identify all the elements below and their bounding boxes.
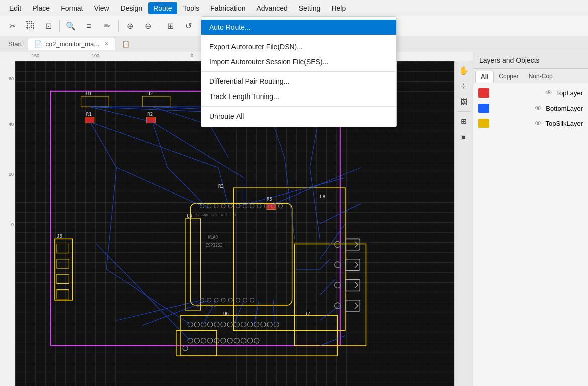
tool-separator (457, 111, 471, 112)
layer-item-top[interactable]: 👁 TopLayer (473, 85, 588, 101)
menu-tools[interactable]: Tools (178, 2, 205, 14)
route-menu-group4: Unroute All (201, 106, 396, 125)
svg-text:U9: U9 (187, 214, 192, 219)
toplayer-eye[interactable]: 👁 (545, 89, 552, 97)
layer-tab-noncop[interactable]: Non-Cop (524, 71, 558, 83)
tool-1[interactable]: ⊞ (162, 19, 178, 33)
select-tool[interactable]: ⊹ (457, 79, 471, 93)
svg-point-61 (234, 338, 239, 343)
svg-text:WLAO: WLAO (208, 235, 218, 240)
toplayer-color (478, 88, 489, 98)
svg-line-69 (152, 107, 208, 124)
svg-text:U6: U6 (223, 311, 229, 316)
tab-pcb-label: co2_monitor_ma... (45, 40, 99, 48)
menu-auto-route[interactable]: Auto Route... (201, 20, 396, 35)
svg-point-53 (274, 322, 279, 327)
menu-view[interactable]: View (89, 2, 114, 14)
svg-rect-18 (190, 204, 292, 305)
svg-text:U1: U1 (86, 91, 92, 96)
svg-text:U8: U8 (320, 194, 325, 199)
svg-rect-6 (57, 259, 69, 268)
svg-point-45 (221, 322, 226, 327)
svg-point-44 (214, 322, 219, 327)
search-button[interactable]: 🔍 (63, 19, 79, 33)
svg-rect-9 (81, 96, 109, 107)
svg-line-84 (284, 157, 294, 239)
menu-import-ses[interactable]: Import Autorouter Session File(SES)... (201, 54, 396, 69)
tab-pcb[interactable]: 📄 co2_monitor_ma... ✕ (28, 38, 115, 50)
grid-tool[interactable]: ⊞ (457, 114, 471, 128)
svg-point-64 (254, 338, 259, 343)
menu-place[interactable]: Place (27, 2, 55, 14)
svg-point-63 (248, 338, 253, 343)
menu-setting[interactable]: Setting (294, 2, 326, 14)
route-dropdown-menu: Auto Route... Export Autorouter File(DSN… (201, 16, 397, 127)
menu-fabrication[interactable]: Fabrication (205, 2, 250, 14)
zoom-in-button[interactable]: ⊕ (122, 19, 138, 33)
tab-pcb-icon: 📄 (34, 40, 42, 48)
menu-export-dsn[interactable]: Export Autorouter File(DSN)... (201, 39, 396, 54)
topsilklayer-eye[interactable]: 👁 (535, 119, 542, 127)
tool-2[interactable]: ↺ (180, 19, 196, 33)
svg-text:R1: R1 (86, 112, 92, 117)
canvas-right-tools: ✋ ⊹ 🖼 ⊞ ▣ (454, 61, 473, 386)
import-ses-label: Import Autorouter Session File(SES)... (209, 58, 328, 66)
copy-button[interactable]: ⿻ (22, 19, 38, 33)
ruler-mark-v: 20 (9, 172, 14, 177)
svg-point-131 (183, 346, 188, 351)
layer-item-topsilk[interactable]: 👁 TopSilkLayer (473, 116, 588, 131)
brush-button[interactable]: ✏ (99, 19, 115, 33)
layer-list: 👁 TopLayer 👁 BottomLayer 👁 TopSilkLayer (473, 83, 588, 386)
svg-rect-5 (57, 244, 69, 253)
svg-line-95 (320, 259, 330, 269)
svg-line-96 (320, 279, 335, 295)
svg-line-102 (269, 168, 361, 206)
menu-unroute-all[interactable]: Unroute All (201, 109, 396, 124)
bottomlayer-color (478, 104, 489, 113)
menu-diff-pair[interactable]: Differential Pair Routing... (201, 74, 396, 89)
track-length-label: Track Length Tuning... (209, 92, 279, 101)
svg-point-47 (234, 322, 239, 327)
svg-rect-7 (57, 274, 69, 283)
layer-item-bottom[interactable]: 👁 BottomLayer (473, 101, 588, 116)
svg-point-41 (194, 322, 199, 327)
menu-advanced[interactable]: Advanced (252, 2, 293, 14)
cut-button[interactable]: ✂ (4, 19, 20, 33)
layer-tab-all[interactable]: All (475, 71, 494, 83)
svg-point-55 (194, 338, 199, 343)
hand-tool[interactable]: ✋ (457, 63, 471, 77)
toplayer-label: TopLayer (556, 89, 583, 97)
svg-point-59 (221, 338, 226, 343)
menu-track-length[interactable]: Track Length Tuning... (201, 89, 396, 104)
image-tool[interactable]: 🖼 (457, 94, 471, 109)
diff-pair-label: Differential Pair Routing... (209, 77, 289, 85)
separator-1 (59, 20, 60, 32)
layers-panel: Layers and Objects All Copper Non-Cop 👁 … (473, 52, 588, 386)
menu-design[interactable]: Design (115, 2, 148, 14)
route-menu-group2: Export Autorouter File(DSN)... Import Au… (201, 37, 396, 70)
separator-2 (118, 20, 119, 32)
svg-line-91 (273, 300, 274, 325)
paste-button[interactable]: ⊡ (40, 19, 56, 33)
ruler-mark-v: 40 (9, 122, 14, 127)
list-button[interactable]: ≡ (81, 19, 97, 33)
tab-pcb-close[interactable]: ✕ (104, 41, 109, 47)
svg-point-38 (250, 298, 254, 302)
svg-rect-8 (57, 290, 69, 299)
zoom-out-button[interactable]: ⊖ (140, 19, 156, 33)
layout-tool[interactable]: ▣ (457, 130, 471, 144)
svg-point-36 (236, 298, 240, 302)
bottomlayer-eye[interactable]: 👁 (535, 104, 542, 112)
layer-tab-copper[interactable]: Copper (494, 71, 523, 83)
svg-text:J6: J6 (57, 234, 62, 239)
tab-start[interactable]: Start (2, 38, 28, 50)
svg-text:0  2  3  4  6: 0 2 3 4 6 (197, 304, 216, 308)
menu-route[interactable]: Route (148, 2, 177, 14)
menu-help[interactable]: Help (326, 2, 351, 14)
menu-format[interactable]: Format (56, 2, 88, 14)
menu-edit[interactable]: Edit (4, 2, 26, 14)
tab-extra[interactable]: 📋 (115, 38, 136, 50)
svg-line-85 (310, 168, 320, 239)
svg-point-48 (241, 322, 246, 327)
svg-rect-3 (185, 219, 200, 310)
